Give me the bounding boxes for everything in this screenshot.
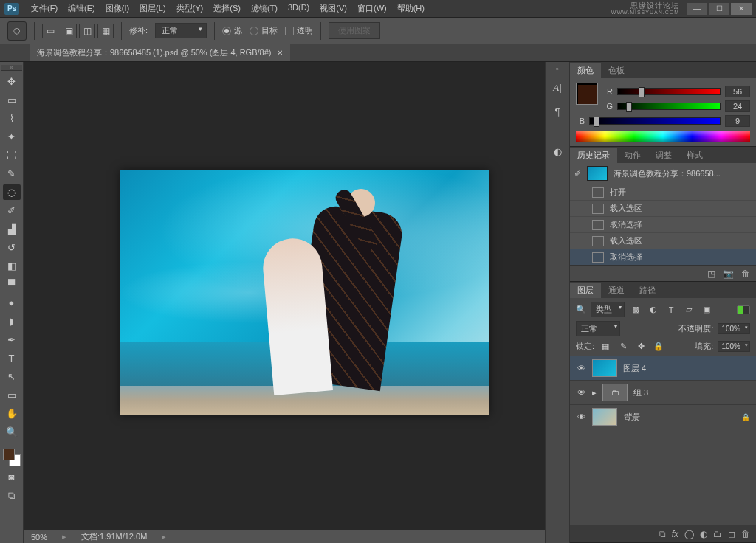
menu-filter[interactable]: 滤镜(T) (247, 1, 282, 15)
delete-history-icon[interactable]: 🗑 (741, 269, 750, 279)
g-value[interactable]: 24 (725, 100, 750, 112)
visibility-icon[interactable]: 👁 (576, 388, 586, 397)
blur-tool-icon[interactable]: ● (3, 295, 21, 311)
filter-pixel-icon[interactable]: ▩ (629, 304, 642, 316)
layer-thumb[interactable] (592, 408, 617, 426)
dock-grip[interactable]: » (546, 66, 568, 72)
history-item[interactable]: 载入选区 (570, 232, 756, 249)
menu-select[interactable]: 选择(S) (209, 1, 245, 15)
b-value[interactable]: 9 (725, 115, 750, 127)
layer-filter-dropdown[interactable]: 类型 (591, 302, 625, 317)
pen-tool-icon[interactable]: ✒ (3, 332, 21, 347)
layer-name[interactable]: 背景 (623, 412, 639, 423)
eyedropper-tool-icon[interactable]: ✎ (3, 166, 21, 181)
tab-swatches[interactable]: 色板 (601, 63, 632, 78)
tool-preset-icon[interactable]: ◌ (7, 21, 27, 41)
new-layer-icon[interactable]: ◻ (728, 529, 735, 539)
current-color-swatch[interactable] (576, 83, 598, 105)
screenmode-icon[interactable]: ⧉ (3, 488, 21, 503)
filter-smart-icon[interactable]: ▣ (700, 304, 713, 316)
tab-close-icon[interactable]: ✕ (277, 49, 283, 57)
blend-mode-dropdown[interactable]: 正常 (576, 321, 620, 336)
history-item[interactable]: 取消选择 (570, 249, 756, 265)
tab-adjust[interactable]: 调整 (648, 148, 679, 163)
sel-sub-icon[interactable]: ◫ (79, 24, 95, 38)
maximize-button[interactable]: ☐ (709, 3, 729, 15)
expand-icon[interactable]: ▸ (592, 388, 597, 398)
filter-adjust-icon[interactable]: ◐ (647, 304, 660, 316)
b-slider[interactable] (589, 117, 721, 125)
tab-channels[interactable]: 通道 (601, 283, 632, 298)
path-select-tool-icon[interactable]: ↖ (3, 369, 21, 384)
close-button[interactable]: ✕ (731, 3, 752, 15)
document-tab[interactable]: 海景调色教程分享：986658485 (1).psd @ 50% (图层 4, … (30, 44, 290, 61)
color-swatches[interactable] (3, 449, 21, 466)
layer-row[interactable]: 👁 ▸ 🗀 组 3 (570, 381, 756, 405)
adjustment-layer-icon[interactable]: ◐ (700, 529, 707, 539)
tab-color[interactable]: 颜色 (570, 63, 601, 78)
new-snapshot-icon[interactable]: 📷 (723, 269, 734, 279)
lasso-tool-icon[interactable]: ⌇ (3, 111, 21, 126)
layer-mask-icon[interactable]: ◯ (684, 529, 694, 539)
paragraph-panel-icon[interactable]: ¶ (548, 103, 567, 120)
patch-tool-icon[interactable]: ◌ (3, 184, 21, 200)
document-canvas[interactable] (120, 170, 489, 415)
tab-layers[interactable]: 图层 (570, 283, 601, 298)
hand-tool-icon[interactable]: ✋ (3, 406, 21, 421)
adjustments-panel-icon[interactable]: ◐ (548, 143, 567, 159)
new-doc-from-state-icon[interactable]: ◳ (707, 269, 715, 279)
menu-type[interactable]: 类型(Y) (172, 1, 208, 15)
folder-icon[interactable]: 🗀 (602, 384, 628, 401)
move-tool-icon[interactable]: ✥ (3, 74, 21, 89)
lock-pos-icon[interactable]: ✥ (634, 340, 647, 352)
shape-tool-icon[interactable]: ▭ (3, 387, 21, 403)
tab-actions[interactable]: 动作 (617, 148, 648, 163)
history-item[interactable]: 载入选区 (570, 200, 756, 216)
layer-row[interactable]: 👁 背景 🔒 (570, 405, 756, 429)
opacity-input[interactable]: 100% (718, 323, 750, 334)
r-value[interactable]: 56 (725, 86, 750, 97)
marquee-tool-icon[interactable]: ▭ (3, 92, 21, 108)
canvas-area[interactable]: 50% ▸ 文档:1.91M/12.0M ▸ (24, 62, 545, 543)
tab-styles[interactable]: 样式 (679, 148, 710, 163)
filter-shape-icon[interactable]: ▱ (682, 304, 695, 316)
menu-file[interactable]: 文件(F) (27, 1, 62, 15)
toolbar-grip[interactable]: « (1, 65, 22, 71)
sel-intersect-icon[interactable]: ▦ (97, 24, 114, 38)
layer-name[interactable]: 图层 4 (623, 363, 646, 374)
foreground-swatch[interactable] (3, 449, 15, 460)
fill-input[interactable]: 100% (718, 341, 750, 352)
quickmask-icon[interactable]: ◙ (3, 469, 21, 485)
brush-tool-icon[interactable]: ✐ (3, 203, 21, 218)
magic-wand-tool-icon[interactable]: ✦ (3, 129, 21, 145)
sel-add-icon[interactable]: ▣ (61, 24, 77, 38)
layer-row[interactable]: 👁 图层 4 (570, 356, 756, 381)
minimize-button[interactable]: — (687, 3, 707, 15)
visibility-icon[interactable]: 👁 (576, 412, 586, 421)
r-slider[interactable] (617, 88, 721, 95)
stamp-tool-icon[interactable]: ▟ (3, 221, 21, 237)
eraser-tool-icon[interactable]: ◧ (3, 258, 21, 274)
delete-layer-icon[interactable]: 🗑 (741, 529, 750, 539)
visibility-icon[interactable]: 👁 (576, 364, 586, 373)
lock-all-icon[interactable]: 🔒 (652, 340, 665, 352)
layer-name[interactable]: 组 3 (633, 387, 648, 398)
new-group-icon[interactable]: 🗀 (713, 529, 722, 539)
gradient-tool-icon[interactable]: ▀ (3, 277, 21, 292)
crop-tool-icon[interactable]: ⛶ (3, 148, 21, 163)
dodge-tool-icon[interactable]: ◗ (3, 314, 21, 329)
layer-thumb[interactable] (592, 359, 617, 377)
tab-paths[interactable]: 路径 (632, 283, 663, 298)
sel-new-icon[interactable]: ▭ (42, 24, 58, 38)
history-item[interactable]: 打开 (570, 184, 756, 200)
menu-edit[interactable]: 编辑(E) (63, 1, 100, 15)
menu-layer[interactable]: 图层(L) (135, 1, 170, 15)
tab-history[interactable]: 历史记录 (570, 148, 617, 163)
filter-toggle[interactable] (737, 305, 750, 314)
menu-view[interactable]: 视图(V) (315, 1, 351, 15)
lock-pixel-icon[interactable]: ✎ (616, 340, 630, 352)
history-item[interactable]: 取消选择 (570, 216, 756, 232)
g-slider[interactable] (617, 103, 721, 110)
filter-type-icon[interactable]: T (664, 304, 678, 316)
spectrum-ramp[interactable] (576, 131, 750, 142)
